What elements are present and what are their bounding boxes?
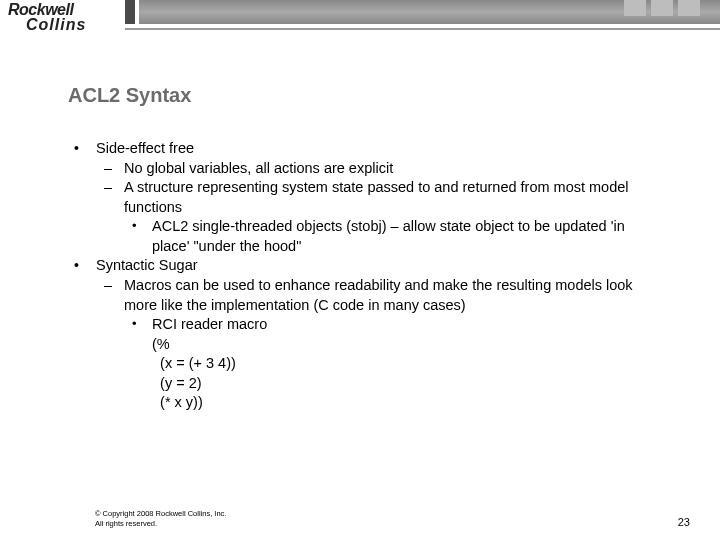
bullet-state-structure: A structure representing system state pa… (96, 178, 660, 256)
bullet-no-globals: No global variables, all actions are exp… (96, 159, 660, 179)
copyright-line1: © Copyright 2008 Rockwell Collins, Inc. (95, 509, 226, 518)
page-number: 23 (678, 516, 690, 528)
accent-square (651, 0, 673, 16)
slide-title: ACL2 Syntax (68, 84, 660, 107)
bullet-text: A structure representing system state pa… (124, 179, 629, 215)
copyright-line2: All rights reserved. (95, 519, 226, 528)
bullet-text: Side-effect free (96, 140, 194, 156)
header-rule (125, 28, 720, 30)
accent-square (624, 0, 646, 16)
bullet-text: RCI reader macro (152, 316, 267, 332)
slide-footer: © Copyright 2008 Rockwell Collins, Inc. … (95, 509, 690, 528)
logo-line2: Collins (26, 17, 118, 33)
slide-header: Rockwell Collins (0, 0, 720, 44)
band-divider (125, 0, 135, 24)
bullet-rci-macro: RCI reader macro (% (x = (+ 3 4)) (y = 2… (124, 315, 660, 413)
bullet-syntactic-sugar: Syntactic Sugar Macros can be used to en… (68, 256, 660, 413)
outline: Side-effect free No global variables, al… (68, 139, 660, 413)
bullet-stobj: ACL2 single-threaded objects (stobj) – a… (124, 217, 660, 256)
bullet-text: Syntactic Sugar (96, 257, 198, 273)
bullet-text: ACL2 single-threaded objects (stobj) – a… (152, 218, 625, 254)
bullet-macros: Macros can be used to enhance readabilit… (96, 276, 660, 413)
copyright: © Copyright 2008 Rockwell Collins, Inc. … (95, 509, 226, 528)
bullet-text: Macros can be used to enhance readabilit… (124, 277, 633, 313)
bullet-text: No global variables, all actions are exp… (124, 160, 393, 176)
header-accent-squares (624, 0, 700, 16)
code-block: (% (x = (+ 3 4)) (y = 2) (* x y)) (152, 335, 660, 413)
logo: Rockwell Collins (8, 2, 118, 33)
bullet-side-effect-free: Side-effect free No global variables, al… (68, 139, 660, 256)
slide-content: ACL2 Syntax Side-effect free No global v… (0, 44, 720, 413)
accent-square (678, 0, 700, 16)
